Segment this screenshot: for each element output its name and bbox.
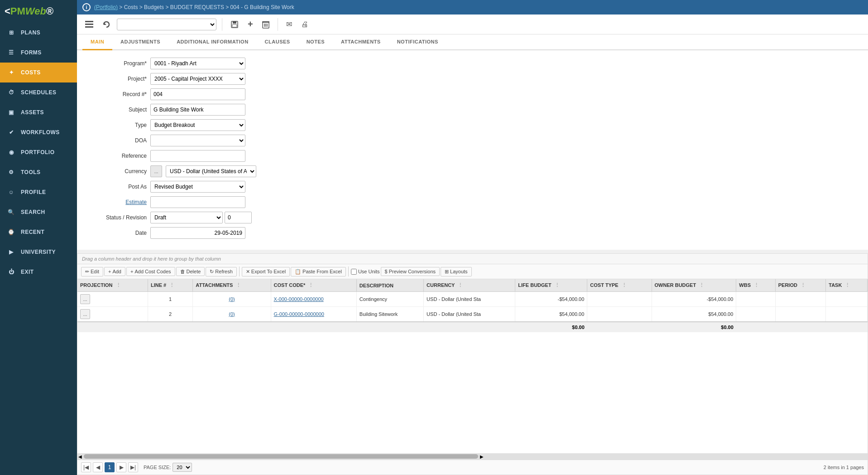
program-select[interactable]: 0001 - Riyadh Art (150, 58, 245, 69)
layouts-button[interactable]: ⊞ Layouts (441, 267, 472, 276)
export-label: Export To Excel (251, 269, 286, 274)
col-handle-owner-budget: ⋮ (699, 282, 704, 288)
revision-input[interactable] (225, 212, 252, 223)
workflows-icon: ✔ (6, 127, 16, 137)
col-life-budget[interactable]: Life Budget ⋮ (515, 279, 587, 292)
estimate-input[interactable] (150, 196, 245, 208)
col-currency[interactable]: Currency ⋮ (424, 279, 515, 292)
currency-select[interactable]: USD - Dollar (United States of America) (166, 165, 256, 177)
use-units-checkbox[interactable] (351, 269, 357, 275)
grid-add-cost-codes-button[interactable]: + Add Cost Codes (126, 267, 175, 276)
reference-input[interactable] (150, 150, 245, 162)
sidebar-item-recent[interactable]: ⌚ Recent (0, 222, 77, 242)
page-first-button[interactable]: |◀ (81, 462, 91, 472)
sidebar-item-profile[interactable]: ☺ Profile (0, 182, 77, 202)
cell-attachments[interactable]: (0) (193, 292, 271, 307)
tab-clauses[interactable]: Clauses (257, 34, 298, 50)
project-selector[interactable]: Riyadh Art-Capital Project XXXX - 00: (117, 19, 216, 30)
sidebar-item-forms[interactable]: ☰ Forms (0, 43, 77, 63)
estimate-label[interactable]: Estimate (88, 199, 147, 205)
delete-button[interactable] (259, 19, 272, 30)
col-line-num[interactable]: Line # ⋮ (148, 279, 192, 292)
page-size-select[interactable]: 20 (173, 463, 192, 472)
save-icon (230, 20, 239, 29)
col-attachments[interactable]: Attachments ⋮ (193, 279, 271, 292)
sidebar-item-schedules[interactable]: ⏱ Schedules (0, 82, 77, 102)
sidebar-nav: ⊞ Plans ☰ Forms ✦ Costs ⏱ Schedules ▣ As… (0, 23, 77, 475)
info-icon: i (82, 3, 91, 11)
tab-additional-information[interactable]: Additional Information (168, 34, 256, 50)
col-cost-code[interactable]: Cost Code* ⋮ (271, 279, 356, 292)
grid-edit-button[interactable]: ✏ Edit (81, 267, 103, 276)
sidebar-item-plans[interactable]: ⊞ Plans (0, 23, 77, 43)
cell-life_budget: -$54,000.00 (515, 292, 587, 307)
add-button[interactable]: + (245, 17, 256, 31)
sidebar-item-university[interactable]: ▶ University (0, 242, 77, 262)
preview-label: Preview Conversions (389, 269, 436, 274)
cell-attachments[interactable]: (0) (193, 307, 271, 322)
col-description[interactable]: Description (356, 279, 423, 292)
undo-button[interactable] (100, 19, 113, 30)
tab-main[interactable]: Main (82, 34, 112, 50)
sidebar-item-tools[interactable]: ⚙ Tools (0, 162, 77, 182)
row-more-button-0[interactable]: ... (80, 294, 90, 304)
export-excel-button[interactable]: ✕ Export To Excel (242, 267, 290, 276)
cell-cost_code[interactable]: X-000-00000-0000000 (271, 292, 356, 307)
post-as-select[interactable]: Revised Budget (150, 181, 245, 193)
print-button[interactable]: 🖨 (298, 19, 311, 30)
cell-cost_code[interactable]: G-000-00000-0000000 (271, 307, 356, 322)
scroll-right-arrow[interactable]: ▶ (480, 454, 484, 459)
status-select[interactable]: Draft (150, 212, 223, 223)
tab-attachments[interactable]: Attachments (333, 34, 389, 50)
cell-task (826, 292, 868, 307)
page-last-button[interactable]: ▶| (128, 462, 138, 472)
tab-notes[interactable]: Notes (298, 34, 333, 50)
tab-notifications[interactable]: Notifications (389, 34, 446, 50)
col-projection[interactable]: Projection ⋮ (77, 279, 148, 292)
sidebar-item-exit[interactable]: ⏻ Exit (0, 262, 77, 282)
grid-delete-button[interactable]: 🗑 Delete (176, 267, 205, 276)
form-row-currency: Currency ... USD - Dollar (United States… (88, 165, 857, 177)
grid-refresh-button[interactable]: ↻ Refresh (206, 267, 237, 276)
paste-excel-button[interactable]: 📋 Paste From Excel (291, 267, 346, 276)
col-task[interactable]: Task ⋮ (826, 279, 868, 292)
sidebar-item-workflows[interactable]: ✔ Workflows (0, 122, 77, 142)
tab-adjustments[interactable]: Adjustments (112, 34, 168, 50)
type-select[interactable]: Budget Breakout (150, 119, 245, 131)
cell-task (826, 307, 868, 322)
scroll-left-arrow[interactable]: ◀ (78, 454, 82, 459)
scroll-thumb[interactable] (84, 454, 478, 459)
save-button[interactable] (228, 19, 241, 30)
email-button[interactable]: ✉ (283, 18, 295, 30)
preview-conversions-button[interactable]: $ Preview Conversions (381, 267, 440, 276)
currency-more-button[interactable]: ... (150, 165, 162, 177)
page-next-button[interactable]: ▶ (116, 462, 126, 472)
project-select[interactable]: 2005 - Capital Project XXXX (150, 73, 245, 85)
preview-icon: $ (385, 269, 388, 274)
page-number-1[interactable]: 1 (105, 462, 115, 472)
cell-projection: ... (77, 292, 148, 307)
cell-owner_budget: $54,000.00 (652, 307, 736, 322)
col-wbs[interactable]: WBS ⋮ (736, 279, 775, 292)
sidebar-item-portfolio[interactable]: ◉ Portfolio (0, 142, 77, 162)
date-input[interactable] (150, 227, 245, 239)
col-owner-budget[interactable]: Owner Budget ⋮ (652, 279, 736, 292)
sidebar-item-costs[interactable]: ✦ Costs (0, 63, 77, 82)
page-prev-button[interactable]: ◀ (93, 462, 103, 472)
horizontal-scrollbar[interactable]: ◀ ▶ (77, 453, 868, 460)
cell-currency: USD - Dollar (United Sta (424, 307, 515, 322)
add-cost-codes-label: Add Cost Codes (134, 269, 171, 274)
row-more-button-1[interactable]: ... (80, 309, 90, 319)
list-view-button[interactable] (82, 19, 96, 30)
pagination-controls: |◀ ◀ 1 ▶ ▶| PAGE SIZE: 20 (81, 462, 192, 472)
sidebar-item-assets[interactable]: ▣ Assets (0, 102, 77, 122)
subject-input[interactable] (150, 104, 245, 116)
col-cost-type[interactable]: Cost Type ⋮ (587, 279, 652, 292)
sidebar-item-label: Exit (21, 269, 34, 275)
record-input[interactable] (150, 88, 245, 100)
col-period[interactable]: Period ⋮ (775, 279, 826, 292)
grid-add-button[interactable]: + Add (104, 267, 125, 276)
doa-select[interactable] (150, 135, 245, 146)
sidebar-item-search[interactable]: 🔍 Search (0, 202, 77, 222)
breadcrumb-portfolio-link[interactable]: (Portfolio) (94, 4, 118, 10)
